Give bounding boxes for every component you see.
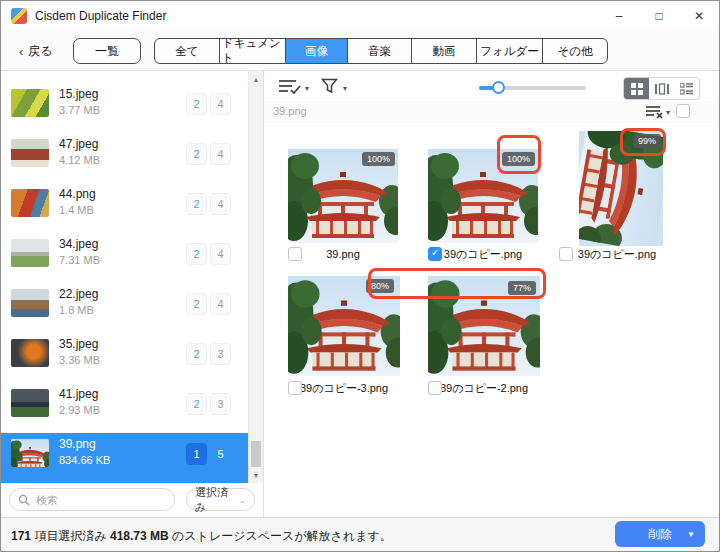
maximize-button[interactable]: □ [639, 1, 679, 31]
file-size: 3.36 MB [59, 354, 100, 366]
photo-checkbox[interactable] [288, 247, 302, 261]
filter-icon[interactable] [321, 78, 338, 94]
list-item[interactable]: 35.jpeg 3.36 MB 23 [1, 333, 249, 383]
file-size: 1.8 MB [59, 304, 94, 316]
list-item[interactable]: 44.png 1.4 MB 24 [1, 183, 249, 233]
status-text: 171 項目選択済み 418.73 MB のストレージスペースが解放されます。 [11, 528, 392, 545]
file-name: 47.jpeg [59, 137, 98, 151]
photo-checkbox[interactable] [288, 381, 302, 395]
file-thumbnail [11, 439, 49, 467]
selected-count-badge: 2 [186, 143, 207, 165]
file-name: 35.jpeg [59, 337, 98, 351]
list-item[interactable]: 41.jpeg 2.93 MB 23 [1, 383, 249, 433]
app-window: Cisdem Duplicate Finder – □ ✕ ‹ 戻る 一覧 全て… [0, 0, 720, 552]
scroll-down-icon[interactable]: ▼ [249, 468, 263, 482]
tab-others[interactable]: その他 [543, 39, 607, 63]
photo-checkbox[interactable] [428, 247, 442, 261]
category-tabs: 全て ドキュメント 画像 音楽 動画 フォルダー その他 [154, 38, 608, 64]
panel-toolbar: ▾ ▾ [264, 71, 719, 101]
annotation-highlight [368, 268, 546, 299]
sort-icon[interactable] [279, 79, 302, 95]
column-view-icon [655, 83, 669, 95]
photo-name: 39のコピー-2.png [428, 381, 540, 396]
app-icon [11, 8, 27, 24]
file-name: 15.jpeg [59, 87, 98, 101]
selected-count-badge: 2 [186, 343, 207, 365]
minimize-button[interactable]: – [599, 1, 639, 31]
duplicates-panel: ▾ ▾ [264, 71, 719, 517]
annotation-highlight [497, 135, 541, 174]
list-item[interactable]: 22.jpeg 1.8 MB 24 [1, 283, 249, 333]
total-count-badge: 3 [210, 393, 231, 415]
reclaim-size: 418.73 MB [110, 529, 169, 543]
total-count-badge: 5 [210, 443, 231, 465]
list-item[interactable]: 47.jpeg 4.12 MB 24 [1, 133, 249, 183]
group-select-checkbox[interactable] [676, 104, 690, 118]
tab-folders[interactable]: フォルダー [477, 39, 543, 63]
list-item[interactable]: 34.jpeg 7.31 MB 24 [1, 233, 249, 283]
grid-view-button[interactable] [624, 78, 649, 99]
photo-label-row: 39のコピー-2.png [428, 380, 540, 396]
duplicate-photo[interactable]: 100% [288, 149, 398, 243]
tab-videos[interactable]: 動画 [412, 39, 477, 63]
photo-name: 39のコピー.png [428, 247, 538, 262]
tab-images[interactable]: 画像 [286, 39, 348, 63]
total-count-badge: 4 [210, 143, 231, 165]
file-thumbnail [11, 89, 49, 117]
total-count-badge: 4 [210, 243, 231, 265]
file-size: 4.12 MB [59, 154, 100, 166]
selected-count-badge: 2 [186, 243, 207, 265]
chevron-down-icon: ⌄ [238, 495, 246, 505]
file-name: 41.jpeg [59, 387, 98, 401]
file-thumbnail [11, 189, 49, 217]
tab-documents[interactable]: ドキュメント [220, 39, 286, 63]
selected-count-badge: 2 [186, 193, 207, 215]
list-item-selected[interactable]: 39.png 834.66 KB 15 [1, 433, 249, 483]
photo-checkbox[interactable] [559, 247, 573, 261]
search-box[interactable] [9, 488, 175, 511]
search-icon [18, 494, 30, 506]
window-title: Cisdem Duplicate Finder [35, 9, 166, 23]
scroll-up-icon[interactable]: ▲ [249, 72, 263, 86]
scrollbar-thumb[interactable] [251, 441, 261, 467]
slider-thumb[interactable] [492, 81, 505, 94]
file-size: 2.93 MB [59, 404, 100, 416]
selected-count-badge: 1 [186, 443, 207, 465]
delete-label: 削除 [648, 526, 672, 543]
selection-filter-dropdown[interactable]: 選択済み ⌄ [186, 488, 255, 511]
back-button[interactable]: ‹ 戻る [19, 43, 53, 60]
selection-filter-label: 選択済み [195, 485, 238, 515]
file-size: 3.77 MB [59, 104, 100, 116]
total-count-badge: 3 [210, 343, 231, 365]
photo-checkbox[interactable] [428, 381, 442, 395]
selected-count: 171 [11, 529, 31, 543]
total-count-badge: 4 [210, 193, 231, 215]
close-button[interactable]: ✕ [679, 1, 719, 31]
list-item[interactable]: 15.jpeg 3.77 MB 24 [1, 83, 249, 133]
reclaim-label: のストレージスペースが解放されます。 [172, 529, 392, 543]
photo-name: 39のコピー-3.png [288, 381, 400, 396]
sidebar-scrollbar[interactable]: ▲ ▼ [248, 71, 263, 483]
tab-music[interactable]: 音楽 [348, 39, 412, 63]
list-view-button[interactable] [674, 78, 699, 99]
search-input[interactable] [36, 494, 156, 506]
clear-selection-caret-icon[interactable]: ▾ [666, 108, 670, 117]
file-size: 1.4 MB [59, 204, 94, 216]
grid-view-icon [631, 83, 643, 95]
clear-selection-icon[interactable] [646, 105, 664, 119]
column-view-button[interactable] [649, 78, 674, 99]
selected-count-badge: 2 [186, 393, 207, 415]
file-thumbnail [11, 139, 49, 167]
filter-caret-icon[interactable]: ▾ [343, 84, 347, 93]
back-chevron-icon: ‹ [19, 44, 23, 59]
total-count-badge: 4 [210, 93, 231, 115]
file-name: 44.png [59, 187, 96, 201]
delete-button[interactable]: 削除 ▼ [615, 521, 705, 547]
file-thumbnail [11, 289, 49, 317]
sort-caret-icon[interactable]: ▾ [305, 84, 309, 93]
list-view-button[interactable]: 一覧 [73, 38, 141, 64]
thumbnail-size-slider[interactable] [479, 86, 586, 90]
tab-all[interactable]: 全て [155, 39, 220, 63]
back-label: 戻る [28, 43, 52, 60]
delete-dropdown-icon[interactable]: ▼ [687, 530, 695, 539]
